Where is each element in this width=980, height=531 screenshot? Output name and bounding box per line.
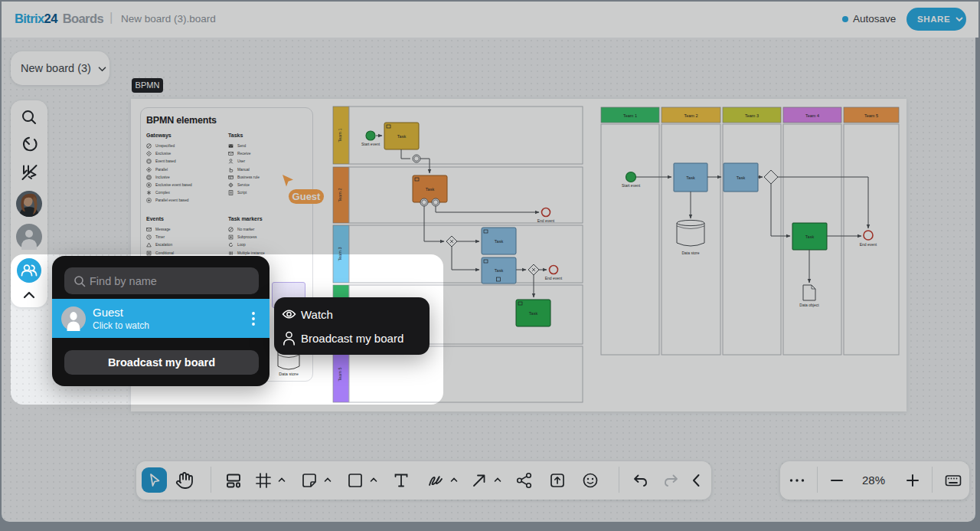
svg-text:Team 5: Team 5	[338, 367, 342, 381]
svg-text:Team 3: Team 3	[745, 113, 759, 118]
svg-text:Task: Task	[397, 134, 407, 139]
svg-text:End event: End event	[537, 218, 555, 223]
svg-text:Data store: Data store	[681, 251, 699, 255]
svg-text:Start event: Start event	[622, 183, 641, 188]
svg-text:Task: Task	[495, 239, 504, 244]
svg-text:Team 5: Team 5	[864, 113, 878, 118]
svg-text:Team 1: Team 1	[623, 113, 637, 118]
svg-text:Task: Task	[495, 268, 504, 273]
svg-text:Task: Task	[686, 175, 695, 180]
svg-text:Team 3: Team 3	[338, 247, 342, 261]
svg-text:Task: Task	[529, 311, 538, 316]
svg-text:Start event: Start event	[361, 142, 381, 146]
svg-text:Task: Task	[737, 175, 746, 180]
svg-text:Task: Task	[426, 187, 435, 192]
svg-text:End event: End event	[545, 276, 563, 280]
svg-text:Team 4: Team 4	[805, 113, 819, 118]
svg-text:Team 2: Team 2	[338, 188, 342, 202]
svg-text:Task: Task	[805, 234, 815, 239]
svg-text:Team 2: Team 2	[684, 113, 697, 118]
svg-text:Data object: Data object	[799, 303, 819, 307]
svg-text:End event: End event	[860, 242, 877, 247]
svg-text:Guest: Guest	[292, 191, 322, 202]
svg-text:Team 1: Team 1	[338, 128, 342, 142]
